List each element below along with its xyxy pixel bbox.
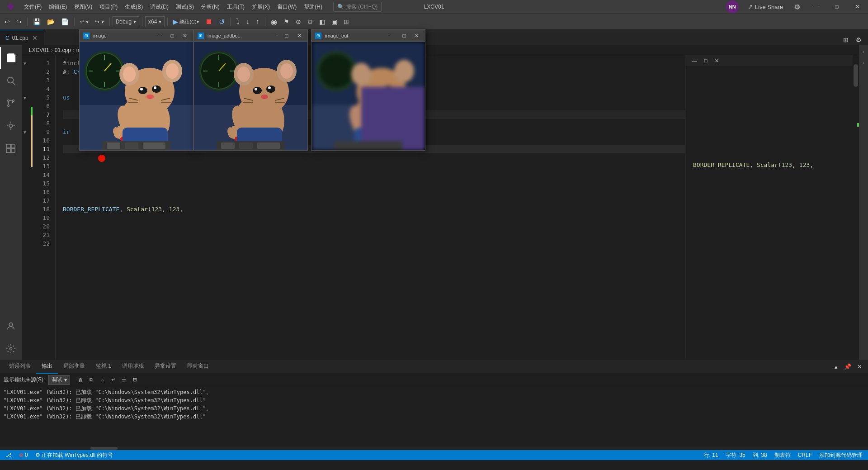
tab-output[interactable]: 输出	[36, 360, 58, 374]
stop-button[interactable]: ⏹	[203, 16, 215, 27]
maximize-button[interactable]: □	[826, 0, 847, 14]
toolbar-new[interactable]: 📄	[58, 16, 71, 27]
activity-search[interactable]	[0, 70, 22, 91]
restart-button[interactable]: ↺	[216, 16, 227, 27]
panel-toggle-btn[interactable]: ▴	[831, 362, 841, 372]
activity-explorer[interactable]	[0, 47, 22, 69]
tab-01cpp[interactable]: C 01.cpp ✕	[0, 30, 44, 45]
menu-analyze[interactable]: 分析(N)	[198, 0, 223, 14]
toolbar-undo2[interactable]: ↩ ▾	[77, 16, 91, 27]
tab-exceptions[interactable]: 异常设置	[149, 360, 182, 374]
toolbar-open[interactable]: 📂	[44, 16, 57, 27]
tab-callstack[interactable]: 调用堆栈	[117, 360, 149, 374]
output-scroll-lock[interactable]: ⇩	[97, 375, 107, 385]
toolbar-undo[interactable]: ↩	[2, 16, 13, 27]
cv-close-image[interactable]: ✕	[180, 31, 189, 40]
liveshare-button[interactable]: ↗ Live Share	[742, 0, 788, 13]
git-icon: ⎇	[5, 452, 12, 458]
platform-dropdown[interactable]: x64 ▾	[145, 16, 165, 27]
toolbar-more4[interactable]: ◧	[316, 16, 328, 27]
status-indent[interactable]: 制表符	[773, 450, 793, 460]
continue-button[interactable]: ▶ 继续(C) ▾	[170, 16, 201, 27]
toolbar-more1[interactable]: ⚑	[281, 16, 292, 27]
settings-icon[interactable]: ⚙	[792, 3, 802, 11]
step-into-btn[interactable]: ↓	[243, 16, 252, 27]
menu-edit[interactable]: 编辑(E)	[45, 0, 71, 14]
status-loading[interactable]: ⚙ 正在加载 WinTypes.dll 的符号	[33, 450, 115, 460]
activity-debug[interactable]	[0, 115, 22, 137]
breadcrumb-project[interactable]: LXCV01	[29, 47, 49, 53]
cv-maximize-addbo[interactable]: □	[282, 31, 291, 40]
status-errors[interactable]: ⊗ 0	[17, 450, 30, 460]
settings-btn[interactable]: ⚙	[853, 34, 864, 45]
right-panel-expand[interactable]: ›	[859, 47, 868, 56]
cv-maximize-out[interactable]: □	[400, 31, 409, 40]
menu-build[interactable]: 生成(B)	[121, 0, 146, 14]
output-expand[interactable]: ⊞	[130, 375, 140, 385]
toolbar-redo2[interactable]: ↪ ▾	[92, 16, 106, 27]
panel-restore[interactable]: □	[702, 55, 710, 66]
output-settings[interactable]: ☰	[119, 375, 129, 385]
breadcrumb-file[interactable]: 01.cpp	[55, 47, 71, 53]
menu-tools[interactable]: 工具(T)	[223, 0, 248, 14]
cv-minimize-out[interactable]: —	[387, 31, 396, 40]
status-encoding[interactable]: CRLF	[796, 450, 814, 460]
menu-project[interactable]: 项目(P)	[96, 0, 121, 14]
panel-close[interactable]: ✕	[712, 55, 722, 66]
search-icon: 🔍	[337, 4, 344, 10]
bottom-scrollbar[interactable]	[0, 446, 868, 450]
menu-window[interactable]: 窗口(W)	[274, 0, 300, 14]
step-out-btn[interactable]: ↑	[253, 16, 262, 27]
status-git[interactable]: ⎇	[4, 450, 14, 460]
cv-minimize-addbo[interactable]: —	[269, 31, 278, 40]
menu-file[interactable]: 文件(F)	[20, 0, 45, 14]
menu-help[interactable]: 帮助(H)	[300, 0, 326, 14]
tab-error-list[interactable]: 错误列表	[4, 360, 36, 374]
user-avatar[interactable]: NN	[726, 0, 739, 13]
toolbar-more2[interactable]: ⊕	[293, 16, 304, 27]
menu-view[interactable]: 视图(V)	[71, 0, 96, 14]
tab-locals[interactable]: 局部变量	[58, 360, 90, 374]
status-source-control[interactable]: 添加到源代码管理	[817, 450, 864, 460]
status-cursor-col[interactable]: 列: 38	[751, 450, 769, 460]
panel-close-btn[interactable]: ✕	[854, 362, 864, 372]
svg-point-16	[9, 347, 12, 350]
debug-config-dropdown[interactable]: Debug ▾	[113, 16, 139, 27]
cv-close-addbo[interactable]: ✕	[295, 31, 304, 40]
right-panel-collapse[interactable]: ‹	[859, 58, 868, 67]
panel-pin-btn[interactable]: 📌	[843, 362, 853, 372]
cv-close-out[interactable]: ✕	[412, 31, 421, 40]
activity-account[interactable]	[0, 315, 22, 337]
close-button[interactable]: ✕	[847, 0, 868, 14]
toolbar-more3[interactable]: ⊖	[305, 16, 316, 27]
editor-scrollbar[interactable]	[853, 55, 859, 360]
menu-extensions[interactable]: 扩展(X)	[248, 0, 274, 14]
output-word-wrap[interactable]: ↵	[108, 375, 118, 385]
split-editor-btn[interactable]: ⊞	[840, 34, 851, 45]
toolbar-more6[interactable]: ⊞	[341, 16, 352, 27]
panel-minimize[interactable]: —	[689, 55, 700, 66]
output-toolbar: 显示输出来源(S): 调试 ▾ 🗑 ⧉ ⇩ ↵ ☰ ⊞	[0, 374, 868, 386]
activity-extensions[interactable]	[0, 138, 22, 159]
output-clear[interactable]: 🗑	[75, 375, 85, 385]
tab-watch[interactable]: 监视 1	[90, 360, 117, 374]
status-cursor-char[interactable]: 字符: 35	[724, 450, 747, 460]
breakpoints-btn[interactable]: ◉	[268, 16, 280, 27]
activity-git[interactable]	[0, 92, 22, 114]
source-select[interactable]: 调试 ▾	[48, 375, 70, 385]
line-20: 20	[31, 222, 50, 231]
step-over-btn[interactable]: ⤵	[233, 16, 242, 27]
cv-minimize-image[interactable]: —	[155, 31, 164, 40]
tab-close-button[interactable]: ✕	[31, 34, 38, 42]
output-copy[interactable]: ⧉	[86, 375, 96, 385]
cv-maximize-image[interactable]: □	[168, 31, 177, 40]
minimize-button[interactable]: —	[806, 0, 826, 14]
toolbar-redo[interactable]: ↪	[14, 16, 24, 27]
menu-test[interactable]: 测试(S)	[172, 0, 198, 14]
activity-settings[interactable]	[0, 338, 22, 360]
toolbar-more5[interactable]: ▣	[329, 16, 340, 27]
tab-immediate[interactable]: 即时窗口	[182, 360, 214, 374]
toolbar-save[interactable]: 💾	[30, 16, 43, 27]
status-cursor-line[interactable]: 行: 11	[702, 450, 720, 460]
menu-debug[interactable]: 调试(D)	[146, 0, 172, 14]
